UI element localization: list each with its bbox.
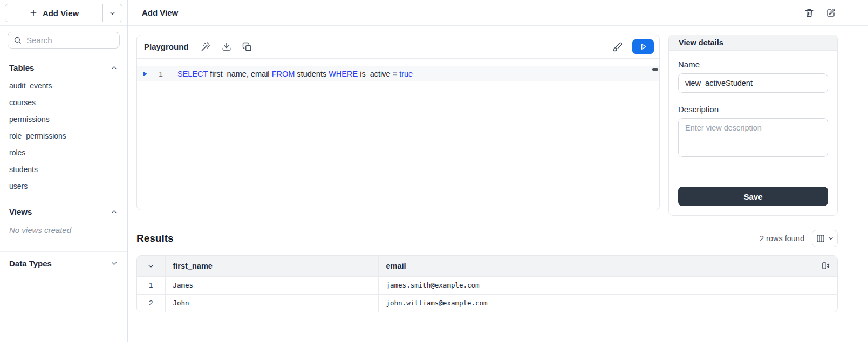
data-types-section-header[interactable]: Data Types	[9, 259, 118, 268]
tables-section: Tables audit_eventscoursespermissionsrol…	[0, 56, 127, 200]
topbar-actions	[804, 8, 836, 18]
chevron-up-icon[interactable]	[110, 208, 118, 216]
views-section-header[interactable]: Views	[9, 207, 118, 216]
sidebar-table-item-students[interactable]: students	[9, 161, 118, 177]
select-all-header[interactable]	[137, 256, 165, 276]
add-view-split-button: Add View	[5, 4, 122, 22]
save-button[interactable]: Save	[678, 187, 828, 206]
row-number: 1	[137, 276, 165, 294]
sidebar-table-item-roles[interactable]: roles	[9, 144, 118, 161]
line-number: 1	[153, 70, 168, 78]
views-empty-text: No views created	[9, 225, 118, 235]
play-icon	[639, 43, 647, 51]
sql-token-keyword: SELECT	[177, 70, 208, 78]
topbar: Add View	[128, 0, 868, 26]
sql-token-operator: =	[393, 70, 397, 78]
results-table: first_name email 1Jamesja	[136, 255, 838, 312]
sidebar-table-item-courses[interactable]: courses	[9, 94, 118, 111]
edit-button[interactable]	[826, 8, 836, 18]
description-label: Description	[678, 105, 828, 114]
view-details-panel: View details Name Description Save	[668, 35, 838, 216]
playground-header: Playground	[137, 35, 659, 59]
run-query-button[interactable]	[632, 39, 654, 54]
results-table-header-row: first_name email	[137, 256, 837, 276]
sql-token-plain: is_active	[358, 70, 392, 78]
sidebar-table-item-users[interactable]: users	[9, 177, 118, 194]
playground-panel: Playground	[136, 35, 660, 210]
sidebar-top: Add View	[0, 0, 127, 26]
row-height-icon[interactable]	[821, 261, 830, 270]
plus-icon	[29, 9, 38, 17]
columns-icon	[816, 234, 825, 243]
sql-active-line[interactable]: 1 SELECT first_name, email FROM students…	[137, 66, 659, 81]
format-query-button[interactable]	[201, 42, 211, 52]
add-view-button[interactable]: Add View	[5, 4, 102, 22]
view-description-input[interactable]	[678, 118, 828, 157]
chevron-up-icon[interactable]	[110, 64, 118, 72]
main-area: Add View Playground	[128, 0, 868, 342]
sidebar: Add View Tables audit_eventscoursespermi…	[0, 0, 128, 342]
sql-token-keyword: WHERE	[329, 70, 358, 78]
magic-wand-icon	[201, 42, 211, 52]
editor-scrollbar-thumb[interactable]	[652, 68, 658, 71]
search-input[interactable]	[8, 32, 120, 49]
chevron-down-icon	[828, 235, 834, 242]
view-details-header: View details	[669, 35, 837, 51]
sql-editor[interactable]: 1 SELECT first_name, email FROM students…	[137, 59, 659, 210]
chevron-down-icon[interactable]	[110, 259, 118, 268]
playground-title: Playground	[144, 42, 189, 51]
sql-token-keyword: FROM	[272, 70, 295, 78]
tables-section-title: Tables	[9, 63, 34, 72]
sql-code: SELECT first_name, email FROM students W…	[168, 70, 413, 78]
views-section-title: Views	[9, 207, 32, 216]
add-view-button-label: Add View	[43, 9, 79, 18]
results-section: Results 2 rows found	[136, 230, 838, 312]
sql-token-keyword: true	[399, 70, 413, 78]
clear-editor-button[interactable]	[612, 42, 623, 52]
sql-token-plain: students	[295, 70, 329, 78]
sidebar-search	[8, 32, 120, 49]
sidebar-table-item-permissions[interactable]: permissions	[9, 111, 118, 127]
sidebar-table-item-audit_events[interactable]: audit_events	[9, 77, 118, 94]
tables-list: audit_eventscoursespermissionsrole_permi…	[9, 77, 118, 194]
search-icon	[13, 36, 22, 44]
run-line-icon[interactable]	[137, 71, 153, 77]
edit-icon	[826, 8, 836, 18]
sql-token-plain: first_name, email	[208, 70, 271, 78]
table-row[interactable]: 2Johnjohn.williams@example.com	[137, 294, 837, 312]
cell-email: john.williams@example.com	[378, 294, 837, 312]
table-row[interactable]: 1Jamesjames.smith@example.com	[137, 276, 837, 294]
trash-icon	[804, 8, 814, 18]
view-details-body: Name Description Save	[669, 51, 837, 215]
copy-icon	[242, 42, 252, 52]
download-query-button[interactable]	[222, 42, 231, 52]
chevron-down-icon	[108, 9, 117, 17]
rows-found-label: 2 rows found	[760, 234, 804, 243]
download-icon	[222, 42, 231, 52]
sidebar-table-item-role_permissions[interactable]: role_permissions	[9, 127, 118, 144]
results-view-toggle-button[interactable]	[812, 230, 838, 247]
column-header-email-label: email	[386, 262, 406, 270]
column-header-first-name[interactable]: first_name	[165, 256, 378, 276]
tables-section-header[interactable]: Tables	[9, 63, 118, 72]
data-types-section: Data Types	[0, 251, 127, 273]
chevron-down-icon	[147, 262, 155, 270]
copy-query-button[interactable]	[242, 42, 252, 52]
brush-icon	[612, 42, 623, 52]
row-number: 2	[137, 294, 165, 312]
results-header: Results 2 rows found	[136, 230, 838, 247]
delete-button[interactable]	[804, 8, 814, 18]
column-header-email[interactable]: email	[378, 256, 837, 276]
page-title: Add View	[142, 8, 178, 17]
content: Playground	[128, 26, 868, 342]
data-types-section-title: Data Types	[9, 259, 52, 268]
cell-first_name: James	[165, 276, 378, 294]
view-name-input[interactable]	[678, 73, 828, 93]
views-section: Views No views created	[0, 200, 127, 251]
cell-email: james.smith@example.com	[378, 276, 837, 294]
cell-first_name: John	[165, 294, 378, 312]
name-label: Name	[678, 60, 828, 69]
results-title: Results	[136, 232, 174, 244]
add-view-dropdown-toggle[interactable]	[102, 4, 122, 22]
